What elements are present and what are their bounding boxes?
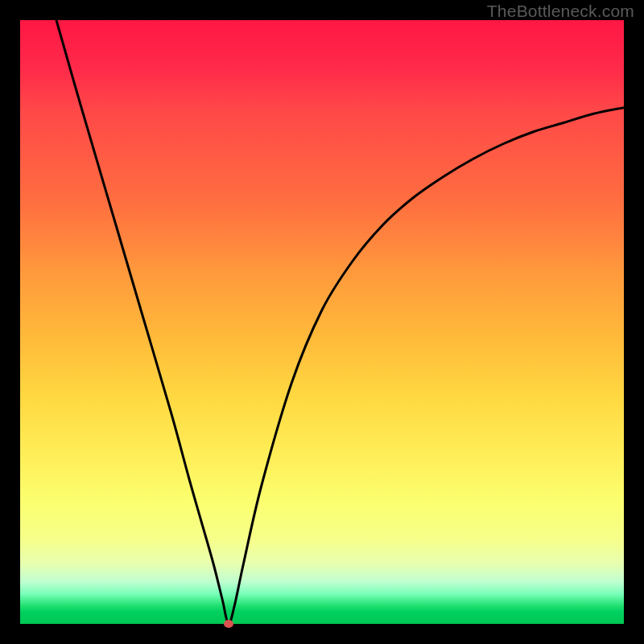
watermark-text: TheBottleneck.com: [487, 2, 634, 21]
optimal-point-marker: [224, 620, 233, 628]
chart-frame: TheBottleneck.com: [0, 0, 644, 644]
gradient-plot-area: [20, 20, 624, 624]
